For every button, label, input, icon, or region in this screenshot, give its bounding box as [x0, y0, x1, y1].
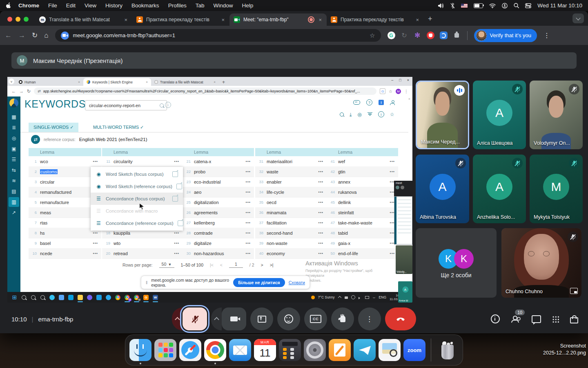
captions-button[interactable]: CC	[304, 307, 327, 330]
corpus-search-input[interactable]	[88, 103, 158, 108]
lemma-row[interactable]: 46steinfatt•••	[327, 207, 398, 218]
lemma-text[interactable]: waste	[267, 169, 318, 174]
lemma-row[interactable]: 42gtin•••	[327, 166, 398, 177]
favorite-star-icon[interactable]: ☆	[390, 112, 394, 117]
people-button[interactable]: 10	[511, 316, 521, 323]
user-icon[interactable]	[390, 100, 395, 105]
lemma-row[interactable]: 38second-hand•••	[255, 228, 327, 238]
volume-icon[interactable]	[438, 3, 444, 8]
back-button[interactable]: ←	[5, 31, 12, 40]
dock-settings-icon[interactable]	[304, 339, 326, 361]
row-menu-icon[interactable]: •••	[390, 159, 395, 164]
dock-calendar-icon[interactable]: MAR11	[254, 339, 276, 361]
shared-minimize-icon[interactable]: –	[391, 78, 393, 82]
lemma-text[interactable]: dellink	[338, 200, 390, 205]
lemma-row[interactable]: 30non-hazardous•••	[183, 248, 254, 259]
minimize-window-button[interactable]	[16, 17, 20, 22]
lemma-row[interactable]: 24aeo•••	[183, 187, 254, 197]
close-icon[interactable]: ×	[408, 97, 410, 101]
help-icon[interactable]: ?	[366, 99, 372, 105]
row-menu-icon[interactable]: •••	[318, 159, 323, 164]
lemma-text[interactable]: rukanova	[338, 190, 390, 195]
chat-button[interactable]	[532, 315, 541, 323]
shared-tab-search-icon[interactable]: v	[9, 79, 14, 84]
profile-verify-button[interactable]: Verify that it's you	[474, 29, 537, 42]
lemma-text[interactable]: steinfatt	[338, 210, 390, 215]
sidebar-parallel-concordance-icon[interactable]: ▣	[9, 144, 19, 154]
lemma-text[interactable]: catena-x	[194, 159, 246, 164]
mic-options-chevron[interactable]	[172, 307, 183, 330]
lemma-row[interactable]: 23eco-industrial•••	[183, 177, 254, 187]
lemma-row[interactable]: 20retread•••	[102, 248, 183, 259]
row-menu-icon[interactable]: •••	[318, 221, 323, 225]
lemma-text[interactable]: circular	[40, 180, 93, 184]
sidebar-word-sketch-icon[interactable]: ☰	[9, 155, 19, 164]
participant-tile-7[interactable]: KKЩе 2 особи	[416, 228, 497, 298]
shared-forward-icon[interactable]: →	[19, 89, 24, 94]
lemma-row[interactable]: 27kellenberg•••	[183, 218, 254, 228]
dock-safari-icon[interactable]	[179, 339, 201, 361]
end-call-button[interactable]	[385, 307, 416, 330]
sidebar-sketch-diff-icon[interactable]: ⇆	[9, 165, 19, 175]
browser-tab[interactable]: Translate a file with Matecat×	[35, 13, 132, 26]
dock-zoom-icon[interactable]: zoom	[403, 339, 425, 361]
page-number-input[interactable]: 1	[229, 262, 243, 268]
lemma-text[interactable]: gaia-x	[338, 241, 390, 246]
shared-new-tab-button[interactable]: +	[222, 79, 225, 85]
participant-tile-5[interactable]: AAnzhelika Solo...	[473, 155, 526, 223]
row-menu-icon[interactable]: •••	[318, 211, 323, 215]
shared-bookmark-star-icon[interactable]: ☆	[389, 89, 392, 94]
tray-icon-5[interactable]	[365, 296, 369, 299]
row-menu-icon[interactable]: •••	[318, 200, 323, 204]
zoom-search-icon[interactable]	[340, 112, 344, 117]
lemma-text[interactable]: rtas	[40, 220, 93, 225]
shared-maximize-icon[interactable]: □	[399, 78, 401, 82]
lemma-text[interactable]: wco	[40, 159, 93, 164]
row-menu-icon[interactable]: •••	[246, 251, 251, 256]
tray-icon-4[interactable]	[359, 296, 362, 299]
tab-close-icon[interactable]: ×	[123, 17, 128, 23]
lemma-text[interactable]: oecd	[267, 200, 318, 205]
tab-search-button[interactable]	[572, 13, 584, 23]
menubar-item-chrome[interactable]: Chrome	[14, 2, 44, 9]
search-icon[interactable]	[160, 103, 164, 108]
dock-chrome-icon[interactable]	[204, 339, 226, 361]
row-menu-icon[interactable]: •••	[246, 221, 251, 225]
download-icon[interactable]: ⤓	[350, 112, 352, 117]
lemma-text[interactable]: enabler	[267, 180, 318, 184]
shared-reload-icon[interactable]: ↻	[27, 89, 31, 94]
lemma-row[interactable]: 11circularity•••	[102, 156, 183, 167]
lemma-text[interactable]: end-of-life	[338, 251, 390, 256]
next-page-icon[interactable]: >	[261, 263, 263, 267]
url-text[interactable]: meet.google.com/ema-trnb-fbp?authuser=1	[73, 32, 175, 38]
lemma-text[interactable]: non-hazardous	[194, 251, 246, 256]
lemma-text[interactable]: minamata	[267, 210, 318, 215]
lemma-row[interactable]: 50end-of-life•••	[327, 248, 398, 259]
lemma-text[interactable]: basel	[40, 241, 93, 246]
sidebar-trends-icon[interactable]: ▤	[9, 186, 19, 196]
swap-corpora-icon[interactable]: ⇄	[31, 135, 40, 144]
spotlight-icon[interactable]	[514, 3, 519, 8]
lemma-row[interactable]: 22probo•••	[183, 166, 254, 177]
sidebar-concordance-icon[interactable]: ◎	[9, 133, 19, 143]
row-menu-icon[interactable]: •••	[390, 251, 395, 256]
lemma-text[interactable]: comtrade	[194, 231, 246, 236]
participant-tile-8[interactable]: Chuhno Chuhno	[501, 228, 581, 298]
row-menu-icon[interactable]: •••	[93, 241, 98, 245]
lemma-text[interactable]: kauppila	[114, 231, 174, 236]
sidebar-thesaurus-icon[interactable]: ≋	[9, 176, 19, 186]
forward-button[interactable]: →	[18, 31, 25, 40]
lemma-text[interactable]: wto	[114, 241, 174, 246]
lemma-row[interactable]: 10ncede•••	[29, 248, 101, 259]
tab-close-icon[interactable]: ×	[318, 17, 323, 23]
browser-tab[interactable]: Практика перекладу текстів×	[132, 13, 229, 26]
lemma-row[interactable]: 19wto•••	[102, 238, 183, 249]
menu-item-concordance-focus-corpus[interactable]: ☰Concordance (focus corpus)	[91, 193, 183, 205]
camera-options-chevron[interactable]	[211, 307, 222, 330]
row-menu-icon[interactable]: •••	[174, 231, 179, 235]
tray-icon-2[interactable]	[345, 296, 348, 299]
dock-mail-icon[interactable]	[229, 339, 251, 361]
address-bar[interactable]: meet.google.com/ema-trnb-fbp?authuser=1 …	[55, 29, 381, 42]
lemma-text[interactable]: hs	[40, 231, 93, 236]
raise-hand-button[interactable]	[331, 307, 354, 330]
